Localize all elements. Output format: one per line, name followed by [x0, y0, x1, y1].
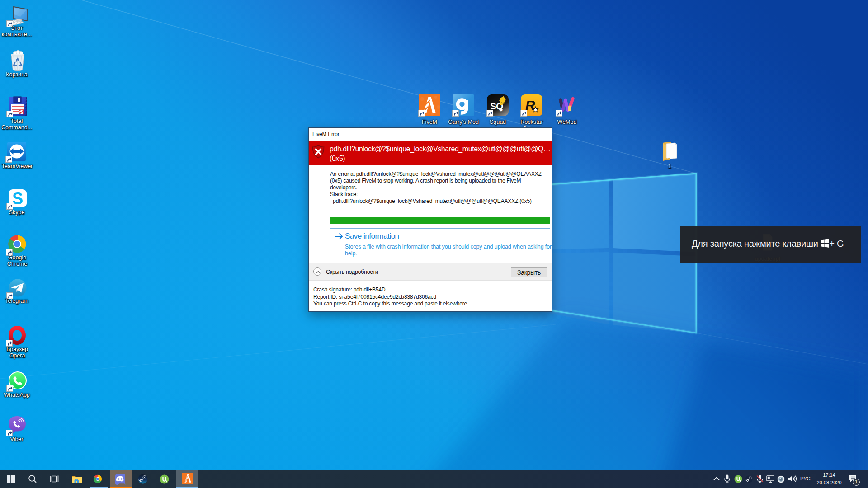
svg-text:S: S: [12, 189, 23, 208]
svg-text:64: 64: [19, 109, 24, 115]
